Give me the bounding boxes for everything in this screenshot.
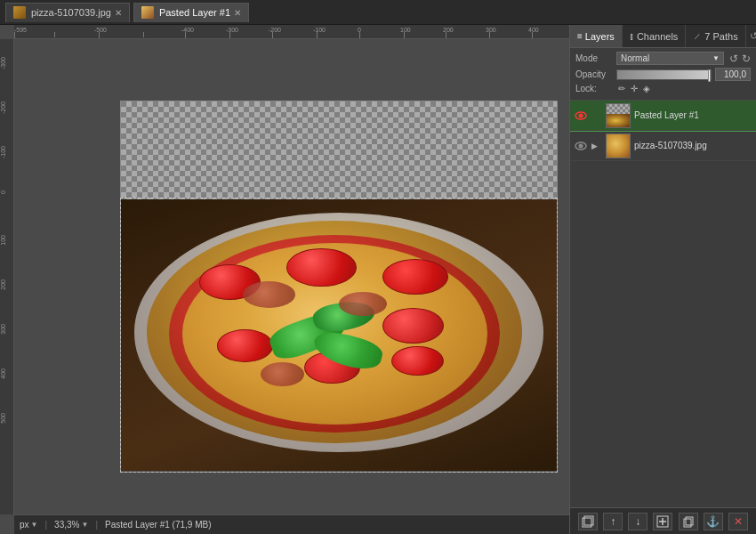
opacity-value[interactable]: 100,0 bbox=[715, 68, 751, 81]
layer-down-btn[interactable]: ↓ bbox=[628, 513, 647, 530]
undo-icon[interactable]: ↺ bbox=[729, 53, 738, 65]
right-panel: ≡ Layers ⫿ Channels ⟋ 7 Paths ↺ ▼ Mode bbox=[569, 25, 756, 534]
status-separator-1: | bbox=[44, 520, 47, 530]
canvas-area[interactable]: -595 -500 -400 -300 -200 -100 0 100 200 bbox=[0, 25, 569, 534]
lock-label: Lock: bbox=[575, 84, 613, 93]
layer-info: Pasted Layer #1 (71,9 MB) bbox=[105, 520, 212, 530]
layer-up-btn[interactable]: ↑ bbox=[603, 513, 623, 530]
opacity-label: Opacity bbox=[575, 69, 613, 79]
lock-move-icon[interactable]: ✛ bbox=[631, 84, 638, 93]
svg-rect-9 bbox=[684, 519, 691, 527]
opacity-slider[interactable] bbox=[616, 69, 712, 80]
tab-1-close[interactable]: ✕ bbox=[115, 8, 122, 18]
tab-paths[interactable]: ⟋ 7 Paths bbox=[686, 25, 745, 47]
canvas-content bbox=[14, 39, 569, 514]
zoom-arrow: ▼ bbox=[81, 521, 88, 529]
paths-icon: ⟋ bbox=[693, 31, 702, 41]
unit-arrow: ▼ bbox=[31, 521, 38, 529]
status-bar: px ▼ | 33,3% ▼ | Pasted Layer #1 (71,9 M… bbox=[14, 514, 569, 534]
layer-2-visibility[interactable] bbox=[574, 139, 588, 153]
canvas-image bbox=[121, 101, 557, 471]
tab-paths-label: 7 Paths bbox=[704, 31, 737, 42]
tab-channels[interactable]: ⫿ Channels bbox=[623, 25, 686, 47]
tab-layers[interactable]: ≡ Layers bbox=[570, 25, 623, 47]
tab-channels-label: Channels bbox=[637, 31, 678, 42]
svg-point-1 bbox=[579, 113, 583, 117]
tab-2-label: Pasted Layer #1 bbox=[159, 7, 230, 18]
layer-1-visibility[interactable] bbox=[574, 109, 588, 123]
mode-dropdown[interactable]: Normal ▼ bbox=[616, 52, 724, 65]
layers-icon: ≡ bbox=[577, 31, 583, 41]
layer-2-thumb bbox=[606, 134, 631, 158]
tab-2-close[interactable]: ✕ bbox=[234, 8, 241, 18]
top-bar: pizza-5107039.jpg ✕ Pasted Layer #1 ✕ bbox=[0, 0, 756, 25]
zoom-label: 33,3% bbox=[54, 520, 79, 530]
channels-icon: ⫿ bbox=[630, 31, 634, 41]
layers-list: Pasted Layer #1 ▶ pizza-5107039.jpg bbox=[570, 101, 756, 507]
main-area: -595 -500 -400 -300 -200 -100 0 100 200 bbox=[0, 25, 756, 534]
panel-controls: Mode Normal ▼ ↺ ↻ Opacity 100,0 Lock: ✏ bbox=[570, 48, 756, 101]
new-layer-from-visible-btn[interactable] bbox=[578, 513, 598, 530]
layer-item-2[interactable]: ▶ pizza-5107039.jpg bbox=[570, 131, 756, 161]
duplicate-layer-btn[interactable] bbox=[679, 513, 698, 530]
mode-label: Mode bbox=[575, 53, 613, 63]
layer-2-arrow: ▶ bbox=[591, 142, 602, 150]
unit-dropdown[interactable]: px ▼ bbox=[20, 520, 37, 530]
ruler-horizontal: -595 -500 -400 -300 -200 -100 0 100 200 bbox=[14, 25, 569, 39]
tab-1-label: pizza-5107039.jpg bbox=[31, 7, 111, 18]
panel-bottom: ↑ ↓ ⚓ ✕ bbox=[570, 507, 756, 534]
svg-point-3 bbox=[579, 143, 583, 148]
mode-arrow: ▼ bbox=[712, 54, 720, 62]
panel-tabs: ≡ Layers ⫿ Channels ⟋ 7 Paths ↺ ▼ bbox=[570, 25, 756, 48]
ruler-vertical: -300 -200 -100 0 100 200 300 400 500 bbox=[0, 39, 14, 514]
status-separator-2: | bbox=[95, 520, 98, 530]
lock-paint-icon[interactable]: ✏ bbox=[618, 84, 625, 93]
panel-refresh-icon[interactable]: ↺ bbox=[750, 30, 756, 42]
anchor-layer-btn[interactable]: ⚓ bbox=[704, 513, 723, 530]
new-layer-btn[interactable] bbox=[653, 513, 672, 530]
layer-2-name: pizza-5107039.jpg bbox=[634, 141, 752, 150]
layer-1-name: Pasted Layer #1 bbox=[634, 110, 752, 120]
tab-1[interactable]: pizza-5107039.jpg ✕ bbox=[5, 3, 130, 22]
zoom-dropdown[interactable]: 33,3% ▼ bbox=[54, 520, 88, 530]
tab-2[interactable]: Pasted Layer #1 ✕ bbox=[133, 3, 249, 22]
mode-value: Normal bbox=[621, 53, 649, 63]
tab-layers-label: Layers bbox=[585, 31, 615, 42]
pizza-image bbox=[121, 199, 557, 471]
redo-icon[interactable]: ↻ bbox=[742, 53, 751, 65]
svg-rect-10 bbox=[686, 517, 693, 525]
delete-layer-btn[interactable]: ✕ bbox=[728, 513, 748, 530]
layer-1-thumb bbox=[606, 103, 631, 128]
unit-label: px bbox=[20, 520, 29, 530]
layer-item-1[interactable]: Pasted Layer #1 bbox=[570, 101, 756, 131]
lock-alpha-icon[interactable]: ◈ bbox=[643, 84, 650, 93]
